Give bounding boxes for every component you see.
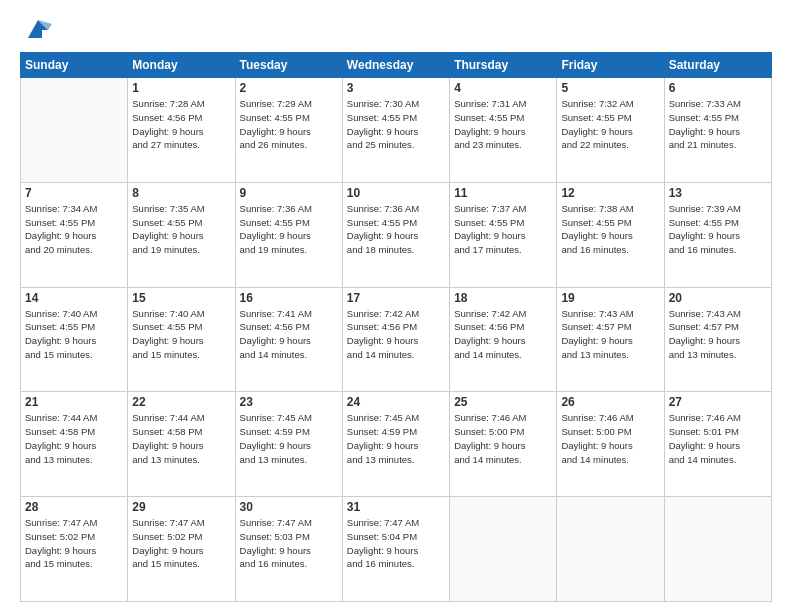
weekday-header: Friday (557, 53, 664, 78)
calendar-cell: 22Sunrise: 7:44 AM Sunset: 4:58 PM Dayli… (128, 392, 235, 497)
calendar-cell: 24Sunrise: 7:45 AM Sunset: 4:59 PM Dayli… (342, 392, 449, 497)
weekday-header: Tuesday (235, 53, 342, 78)
day-number: 10 (347, 186, 445, 200)
day-number: 17 (347, 291, 445, 305)
calendar-cell: 31Sunrise: 7:47 AM Sunset: 5:04 PM Dayli… (342, 497, 449, 602)
cell-info: Sunrise: 7:45 AM Sunset: 4:59 PM Dayligh… (347, 411, 445, 466)
cell-info: Sunrise: 7:46 AM Sunset: 5:00 PM Dayligh… (561, 411, 659, 466)
day-number: 7 (25, 186, 123, 200)
cell-info: Sunrise: 7:32 AM Sunset: 4:55 PM Dayligh… (561, 97, 659, 152)
cell-info: Sunrise: 7:36 AM Sunset: 4:55 PM Dayligh… (347, 202, 445, 257)
logo-icon (24, 16, 52, 44)
cell-info: Sunrise: 7:40 AM Sunset: 4:55 PM Dayligh… (132, 307, 230, 362)
calendar-cell: 13Sunrise: 7:39 AM Sunset: 4:55 PM Dayli… (664, 182, 771, 287)
calendar-cell (664, 497, 771, 602)
cell-info: Sunrise: 7:28 AM Sunset: 4:56 PM Dayligh… (132, 97, 230, 152)
weekday-header: Sunday (21, 53, 128, 78)
weekday-header: Saturday (664, 53, 771, 78)
weekday-header: Monday (128, 53, 235, 78)
day-number: 11 (454, 186, 552, 200)
cell-info: Sunrise: 7:33 AM Sunset: 4:55 PM Dayligh… (669, 97, 767, 152)
calendar-cell (21, 78, 128, 183)
cell-info: Sunrise: 7:43 AM Sunset: 4:57 PM Dayligh… (669, 307, 767, 362)
cell-info: Sunrise: 7:47 AM Sunset: 5:04 PM Dayligh… (347, 516, 445, 571)
day-number: 9 (240, 186, 338, 200)
calendar-cell: 12Sunrise: 7:38 AM Sunset: 4:55 PM Dayli… (557, 182, 664, 287)
day-number: 8 (132, 186, 230, 200)
cell-info: Sunrise: 7:29 AM Sunset: 4:55 PM Dayligh… (240, 97, 338, 152)
calendar-cell: 10Sunrise: 7:36 AM Sunset: 4:55 PM Dayli… (342, 182, 449, 287)
calendar-cell: 3Sunrise: 7:30 AM Sunset: 4:55 PM Daylig… (342, 78, 449, 183)
day-number: 18 (454, 291, 552, 305)
calendar-cell: 16Sunrise: 7:41 AM Sunset: 4:56 PM Dayli… (235, 287, 342, 392)
cell-info: Sunrise: 7:46 AM Sunset: 5:00 PM Dayligh… (454, 411, 552, 466)
calendar-cell: 25Sunrise: 7:46 AM Sunset: 5:00 PM Dayli… (450, 392, 557, 497)
day-number: 28 (25, 500, 123, 514)
cell-info: Sunrise: 7:44 AM Sunset: 4:58 PM Dayligh… (25, 411, 123, 466)
calendar-cell: 7Sunrise: 7:34 AM Sunset: 4:55 PM Daylig… (21, 182, 128, 287)
calendar-cell: 23Sunrise: 7:45 AM Sunset: 4:59 PM Dayli… (235, 392, 342, 497)
day-number: 21 (25, 395, 123, 409)
calendar-cell: 27Sunrise: 7:46 AM Sunset: 5:01 PM Dayli… (664, 392, 771, 497)
day-number: 30 (240, 500, 338, 514)
cell-info: Sunrise: 7:38 AM Sunset: 4:55 PM Dayligh… (561, 202, 659, 257)
weekday-header: Thursday (450, 53, 557, 78)
cell-info: Sunrise: 7:44 AM Sunset: 4:58 PM Dayligh… (132, 411, 230, 466)
day-number: 15 (132, 291, 230, 305)
calendar-cell: 11Sunrise: 7:37 AM Sunset: 4:55 PM Dayli… (450, 182, 557, 287)
day-number: 16 (240, 291, 338, 305)
day-number: 26 (561, 395, 659, 409)
day-number: 25 (454, 395, 552, 409)
calendar-cell: 29Sunrise: 7:47 AM Sunset: 5:02 PM Dayli… (128, 497, 235, 602)
day-number: 20 (669, 291, 767, 305)
cell-info: Sunrise: 7:47 AM Sunset: 5:02 PM Dayligh… (25, 516, 123, 571)
cell-info: Sunrise: 7:43 AM Sunset: 4:57 PM Dayligh… (561, 307, 659, 362)
calendar-cell: 26Sunrise: 7:46 AM Sunset: 5:00 PM Dayli… (557, 392, 664, 497)
cell-info: Sunrise: 7:41 AM Sunset: 4:56 PM Dayligh… (240, 307, 338, 362)
calendar-cell: 21Sunrise: 7:44 AM Sunset: 4:58 PM Dayli… (21, 392, 128, 497)
calendar-cell (450, 497, 557, 602)
cell-info: Sunrise: 7:36 AM Sunset: 4:55 PM Dayligh… (240, 202, 338, 257)
day-number: 13 (669, 186, 767, 200)
calendar-cell: 18Sunrise: 7:42 AM Sunset: 4:56 PM Dayli… (450, 287, 557, 392)
day-number: 22 (132, 395, 230, 409)
calendar-cell: 17Sunrise: 7:42 AM Sunset: 4:56 PM Dayli… (342, 287, 449, 392)
day-number: 2 (240, 81, 338, 95)
calendar-table: SundayMondayTuesdayWednesdayThursdayFrid… (20, 52, 772, 602)
day-number: 1 (132, 81, 230, 95)
cell-info: Sunrise: 7:46 AM Sunset: 5:01 PM Dayligh… (669, 411, 767, 466)
calendar-cell: 2Sunrise: 7:29 AM Sunset: 4:55 PM Daylig… (235, 78, 342, 183)
calendar-cell: 15Sunrise: 7:40 AM Sunset: 4:55 PM Dayli… (128, 287, 235, 392)
day-number: 14 (25, 291, 123, 305)
cell-info: Sunrise: 7:34 AM Sunset: 4:55 PM Dayligh… (25, 202, 123, 257)
page: SundayMondayTuesdayWednesdayThursdayFrid… (0, 0, 792, 612)
day-number: 27 (669, 395, 767, 409)
header (20, 16, 772, 44)
cell-info: Sunrise: 7:37 AM Sunset: 4:55 PM Dayligh… (454, 202, 552, 257)
day-number: 5 (561, 81, 659, 95)
cell-info: Sunrise: 7:40 AM Sunset: 4:55 PM Dayligh… (25, 307, 123, 362)
calendar-cell: 8Sunrise: 7:35 AM Sunset: 4:55 PM Daylig… (128, 182, 235, 287)
cell-info: Sunrise: 7:47 AM Sunset: 5:02 PM Dayligh… (132, 516, 230, 571)
day-number: 12 (561, 186, 659, 200)
day-number: 3 (347, 81, 445, 95)
cell-info: Sunrise: 7:42 AM Sunset: 4:56 PM Dayligh… (347, 307, 445, 362)
day-number: 31 (347, 500, 445, 514)
weekday-header: Wednesday (342, 53, 449, 78)
day-number: 29 (132, 500, 230, 514)
cell-info: Sunrise: 7:30 AM Sunset: 4:55 PM Dayligh… (347, 97, 445, 152)
calendar-cell: 5Sunrise: 7:32 AM Sunset: 4:55 PM Daylig… (557, 78, 664, 183)
cell-info: Sunrise: 7:42 AM Sunset: 4:56 PM Dayligh… (454, 307, 552, 362)
calendar-cell: 20Sunrise: 7:43 AM Sunset: 4:57 PM Dayli… (664, 287, 771, 392)
day-number: 23 (240, 395, 338, 409)
calendar-cell: 9Sunrise: 7:36 AM Sunset: 4:55 PM Daylig… (235, 182, 342, 287)
calendar-cell: 4Sunrise: 7:31 AM Sunset: 4:55 PM Daylig… (450, 78, 557, 183)
logo (20, 16, 52, 44)
calendar-cell: 6Sunrise: 7:33 AM Sunset: 4:55 PM Daylig… (664, 78, 771, 183)
calendar-cell: 30Sunrise: 7:47 AM Sunset: 5:03 PM Dayli… (235, 497, 342, 602)
cell-info: Sunrise: 7:45 AM Sunset: 4:59 PM Dayligh… (240, 411, 338, 466)
calendar-cell: 1Sunrise: 7:28 AM Sunset: 4:56 PM Daylig… (128, 78, 235, 183)
calendar-cell: 28Sunrise: 7:47 AM Sunset: 5:02 PM Dayli… (21, 497, 128, 602)
day-number: 6 (669, 81, 767, 95)
cell-info: Sunrise: 7:39 AM Sunset: 4:55 PM Dayligh… (669, 202, 767, 257)
